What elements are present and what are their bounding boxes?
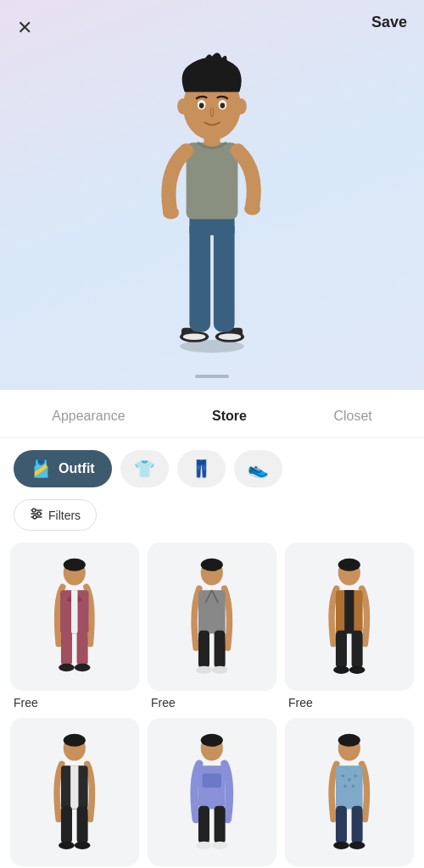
svg-point-67 bbox=[212, 842, 228, 849]
svg-rect-34 bbox=[77, 631, 88, 666]
svg-point-29 bbox=[33, 515, 36, 519]
svg-point-74 bbox=[343, 785, 347, 788]
outfit-card-5[interactable] bbox=[148, 718, 276, 866]
list-item: Free bbox=[285, 718, 414, 868]
svg-rect-32 bbox=[71, 591, 77, 634]
filters-button[interactable]: Filters bbox=[14, 499, 97, 531]
svg-rect-39 bbox=[198, 591, 226, 634]
close-button[interactable]: ✕ bbox=[17, 17, 32, 39]
outfit-card-4[interactable] bbox=[10, 718, 139, 866]
svg-rect-7 bbox=[189, 220, 210, 332]
svg-rect-48 bbox=[336, 631, 347, 669]
svg-point-59 bbox=[75, 842, 91, 849]
svg-point-21 bbox=[220, 103, 226, 108]
svg-rect-64 bbox=[198, 806, 209, 844]
svg-rect-63 bbox=[203, 774, 221, 788]
avatar-figure bbox=[127, 34, 297, 356]
list-item: Free bbox=[148, 718, 276, 868]
svg-rect-47 bbox=[344, 591, 354, 634]
svg-rect-8 bbox=[214, 220, 235, 332]
svg-rect-33 bbox=[61, 631, 72, 666]
svg-point-23 bbox=[236, 98, 247, 114]
outfit-card-2[interactable] bbox=[148, 542, 276, 691]
svg-point-22 bbox=[177, 98, 188, 114]
svg-rect-57 bbox=[77, 806, 88, 844]
shoes-icon: 👟 bbox=[248, 459, 269, 479]
tab-appearance[interactable]: Appearance bbox=[42, 405, 135, 427]
save-button[interactable]: Save bbox=[371, 14, 407, 31]
svg-point-5 bbox=[183, 333, 206, 340]
svg-rect-55 bbox=[70, 765, 78, 809]
svg-point-68 bbox=[201, 734, 223, 747]
outfit-label: Outfit bbox=[59, 461, 95, 476]
svg-point-78 bbox=[333, 842, 349, 849]
svg-point-35 bbox=[59, 664, 75, 671]
svg-point-73 bbox=[354, 775, 358, 778]
svg-rect-12 bbox=[191, 151, 232, 215]
outfit-card-3[interactable] bbox=[285, 542, 414, 691]
bottom-icon: 👖 bbox=[191, 459, 212, 479]
svg-rect-41 bbox=[215, 631, 226, 669]
category-row: 🎽 Outfit 👕 👖 👟 bbox=[0, 438, 424, 496]
outfit-card-1[interactable] bbox=[10, 542, 139, 691]
filter-icon bbox=[30, 507, 43, 523]
svg-point-72 bbox=[348, 778, 351, 782]
outfit-icon: 🎽 bbox=[31, 459, 52, 479]
list-item: Free bbox=[285, 542, 414, 709]
category-shoes-button[interactable]: 👟 bbox=[234, 450, 282, 487]
list-item: Free bbox=[10, 542, 139, 709]
category-top-button[interactable]: 👕 bbox=[120, 450, 169, 487]
svg-point-37 bbox=[64, 559, 86, 571]
svg-point-27 bbox=[32, 509, 36, 512]
svg-point-20 bbox=[199, 103, 204, 108]
svg-point-60 bbox=[64, 734, 86, 747]
svg-point-13 bbox=[163, 206, 179, 219]
category-bottom-button[interactable]: 👖 bbox=[177, 450, 226, 487]
svg-point-28 bbox=[37, 512, 41, 515]
svg-point-66 bbox=[196, 842, 212, 849]
bottom-panel: Appearance Store Closet 🎽 Outfit 👕 👖 👟 bbox=[0, 390, 424, 868]
svg-point-42 bbox=[196, 666, 212, 674]
svg-point-36 bbox=[75, 664, 91, 671]
svg-rect-40 bbox=[198, 631, 209, 669]
svg-point-58 bbox=[59, 842, 75, 849]
svg-point-51 bbox=[349, 666, 365, 674]
outfit-price-2: Free bbox=[148, 696, 176, 709]
list-item: Free bbox=[148, 542, 276, 709]
avatar-section: ✕ Save bbox=[0, 0, 424, 390]
svg-point-80 bbox=[338, 734, 360, 747]
svg-point-43 bbox=[212, 666, 228, 674]
svg-rect-77 bbox=[352, 806, 363, 844]
outfit-price-1: Free bbox=[10, 696, 38, 709]
svg-rect-49 bbox=[352, 631, 363, 669]
filters-label: Filters bbox=[48, 509, 81, 522]
category-outfit-button[interactable]: 🎽 Outfit bbox=[14, 450, 112, 487]
tab-store[interactable]: Store bbox=[202, 405, 257, 427]
svg-point-44 bbox=[201, 559, 223, 571]
svg-point-6 bbox=[219, 333, 242, 340]
outfit-card-6[interactable] bbox=[285, 718, 414, 866]
top-icon: 👕 bbox=[134, 459, 155, 479]
svg-point-75 bbox=[352, 785, 355, 788]
svg-rect-70 bbox=[336, 765, 363, 809]
svg-point-50 bbox=[333, 666, 349, 674]
scroll-indicator bbox=[195, 375, 229, 378]
svg-rect-76 bbox=[336, 806, 347, 844]
svg-point-71 bbox=[342, 775, 345, 778]
tab-bar: Appearance Store Closet bbox=[0, 390, 424, 438]
outfit-price-3: Free bbox=[285, 696, 313, 709]
svg-point-14 bbox=[244, 203, 260, 215]
outfit-grid: Free bbox=[0, 542, 424, 868]
list-item: Free bbox=[10, 718, 139, 868]
svg-point-52 bbox=[338, 559, 360, 571]
svg-rect-56 bbox=[61, 806, 72, 844]
svg-rect-65 bbox=[215, 806, 226, 844]
filter-row: Filters bbox=[0, 496, 424, 542]
tab-closet[interactable]: Closet bbox=[323, 405, 382, 427]
svg-point-79 bbox=[349, 842, 365, 849]
